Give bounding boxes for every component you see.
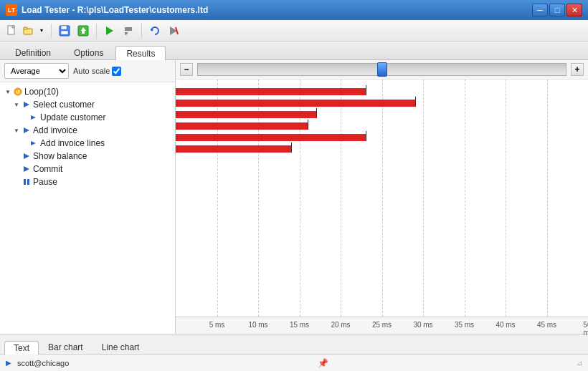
bar-row [176, 144, 588, 154]
loop-icon: ↺ [13, 87, 23, 97]
svg-rect-23 [24, 179, 26, 185]
chart-area [176, 80, 588, 317]
svg-rect-5 [61, 31, 68, 34]
tree-label-show-balance: Show balance [33, 151, 87, 161]
bar-row [176, 110, 588, 120]
title-text: Load Tester - R:\pls\LoadTester\customer… [22, 5, 208, 15]
save-button[interactable] [57, 23, 72, 39]
bottom-tab-text[interactable]: Text [4, 341, 39, 355]
tree-item-update-customer[interactable]: Update customer [0, 111, 175, 124]
tree-item-show-balance[interactable]: Show balance [0, 150, 175, 163]
bar-fill [176, 122, 308, 130]
svg-marker-21 [24, 153, 29, 159]
toolbar: ▾ [0, 20, 588, 42]
title-bar-left: LT Load Tester - R:\pls\LoadTester\custo… [6, 4, 208, 16]
open-dropdown[interactable]: ▾ [37, 23, 46, 39]
commit-icon [22, 164, 32, 174]
bar-row [176, 98, 588, 108]
x-axis: 5 ms10 ms15 ms20 ms25 ms30 ms35 ms40 ms4… [176, 317, 588, 334]
bottom-tabs: Text Bar chart Line chart [0, 334, 588, 354]
bar-marker [366, 85, 366, 95]
bar-row [176, 132, 588, 143]
add-invoice-icon [22, 125, 32, 135]
expand-loop[interactable]: ▼ [3, 87, 13, 97]
run-button[interactable] [102, 23, 118, 39]
x-axis-label: 5 ms [209, 321, 225, 329]
x-axis-label: 10 ms [248, 321, 267, 329]
stop-button[interactable] [120, 23, 136, 39]
open-button[interactable] [21, 23, 37, 39]
svg-text:↺: ↺ [16, 90, 20, 95]
chart-slider[interactable] [197, 63, 566, 76]
x-axis-label: 50 ms [583, 321, 588, 337]
refresh-button[interactable] [147, 23, 163, 39]
new-button[interactable] [4, 23, 20, 39]
maximize-button[interactable]: □ [549, 4, 565, 16]
tree-item-select-customer[interactable]: ▼ Select customer [0, 98, 175, 111]
x-axis-label: 45 ms [537, 321, 556, 329]
app-icon: LT [6, 4, 17, 16]
average-dropdown[interactable]: Average Min Max Last [4, 63, 69, 79]
x-axis-label: 15 ms [290, 321, 309, 329]
export-button[interactable] [75, 23, 91, 39]
tab-options[interactable]: Options [63, 45, 114, 59]
minimize-button[interactable]: ─ [532, 4, 548, 16]
tree-label-add-invoice-lines: Add invoice lines [40, 138, 105, 148]
tree-item-add-invoice[interactable]: ▼ Add invoice [0, 124, 175, 137]
expand-select[interactable]: ▼ [11, 100, 22, 110]
sep3 [141, 24, 142, 38]
svg-marker-10 [125, 27, 132, 31]
tree-label-commit: Commit [33, 164, 62, 174]
tree-item-loop[interactable]: ▼ ↺ Loop(10) [0, 85, 175, 98]
bar-row [176, 87, 588, 97]
expand-invoice[interactable]: ▼ [11, 125, 22, 135]
tree-item-pause[interactable]: Pause [0, 175, 175, 188]
tree-panel: ▼ ↺ Loop(10) ▼ Select customer [0, 82, 175, 334]
svg-marker-20 [31, 141, 36, 145]
tree-label-pause: Pause [33, 177, 57, 187]
update-arrow-icon [29, 112, 39, 122]
bar-marker [316, 108, 317, 118]
select-arrow-icon [22, 100, 32, 110]
file-buttons: ▾ [4, 23, 46, 39]
title-controls: ─ □ ✕ [532, 4, 582, 16]
slider-thumb[interactable] [377, 62, 387, 77]
svg-marker-22 [24, 166, 29, 172]
bottom-tab-line[interactable]: Line chart [93, 340, 149, 354]
autoscale-text: Auto scale [73, 67, 110, 75]
close-button[interactable]: ✕ [566, 4, 582, 16]
main-tabs: Definition Options Results [0, 42, 588, 60]
bar-row [176, 121, 588, 131]
zoom-out-button[interactable]: − [180, 63, 193, 76]
bottom-tab-bar[interactable]: Bar chart [39, 340, 93, 354]
tree-label-add-invoice: Add invoice [33, 125, 77, 135]
pause-icon [22, 177, 32, 187]
status-arrow-icon: ▶ [6, 359, 11, 367]
sep2 [96, 24, 97, 38]
svg-rect-2 [24, 27, 27, 29]
tab-results[interactable]: Results [115, 46, 166, 60]
svg-rect-4 [61, 26, 67, 29]
bar-marker [308, 120, 308, 130]
x-axis-label: 30 ms [413, 321, 432, 329]
controls-bar: Average Min Max Last Auto scale [0, 60, 175, 82]
tree-item-commit[interactable]: Commit [0, 163, 175, 175]
show-balance-icon [22, 151, 32, 161]
x-axis-label: 20 ms [331, 321, 350, 329]
bar-fill [176, 145, 291, 153]
x-axis-label: 25 ms [372, 321, 392, 329]
sep1 [51, 24, 52, 38]
pin-button[interactable]: 📌 [318, 358, 328, 368]
cancel-run-button[interactable] [166, 23, 181, 39]
tree-label-loop: Loop(10) [24, 87, 59, 97]
zoom-in-button[interactable]: + [571, 63, 584, 76]
title-bar: LT Load Tester - R:\pls\LoadTester\custo… [0, 0, 588, 20]
status-bar: ▶ scott@chicago 📌 ⊿ [0, 354, 588, 371]
tree-label-select-customer: Select customer [33, 100, 95, 110]
tree-item-add-invoice-lines[interactable]: Add invoice lines [0, 137, 175, 150]
tab-definition[interactable]: Definition [4, 45, 62, 59]
resize-handle[interactable]: ⊿ [577, 359, 582, 367]
bar-fill [176, 111, 316, 118]
svg-marker-19 [24, 127, 29, 133]
autoscale-checkbox[interactable] [112, 67, 121, 76]
